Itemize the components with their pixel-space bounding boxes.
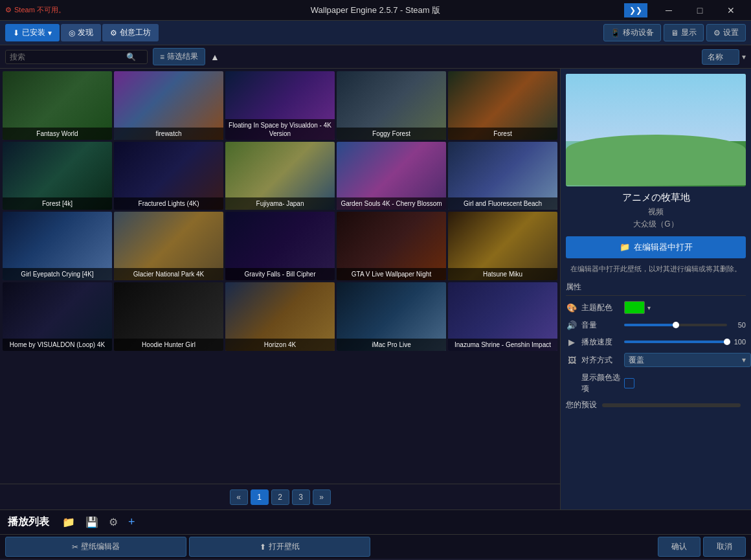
image-icon: 🖼 [566,354,577,366]
wallpaper-item-fujiyama[interactable]: Fujiyama- Japan [225,142,335,210]
wallpaper-label: Fantasy World [3,128,112,140]
playlist-title: 播放列表 [8,515,49,529]
wallpaper-item-home[interactable]: Home by VISUALDON (Loop) 4K [3,282,112,351]
page-1-button[interactable]: 1 [251,489,269,505]
wallpaper-label: Hatsune Miku [448,268,557,280]
playlist-save-button[interactable]: 💾 [83,515,101,530]
search-icon: 🔍 [126,52,136,62]
wallpaper-item-fractured[interactable]: Fractured Lights (4K) [114,142,223,210]
minimize-button[interactable]: ─ [654,0,684,21]
wallpaper-item-forest4k[interactable]: Forest [4k] [3,142,112,210]
wallpaper-label: Inazuma Shrine - Genshin Impact [448,339,557,351]
preset-scrollbar[interactable] [602,403,741,407]
wallpaper-label: Foggy Forest [337,128,446,140]
play-icon: ▶ [566,336,577,348]
wallpaper-label: Forest [448,128,557,140]
installed-icon: ⬇ [13,28,19,38]
align-select[interactable]: 覆盖 [624,353,751,367]
color-options-label: 显示颜色选项 [581,372,620,394]
theme-control: ▾ [624,301,746,314]
wallpaper-item-firewatch[interactable]: firewatch [114,71,223,140]
wallpaper-item-girl-fluor[interactable]: Girl and Fluorescent Beach [448,142,557,210]
wallpaper-label: Floating In Space by Visualdon - 4K Vers… [225,119,335,140]
filter-icon: ≡ [160,52,164,62]
volume-icon: 🔊 [566,319,577,331]
workshop-tab[interactable]: ⚙ 创意工坊 [102,24,159,41]
speed-slider-track[interactable] [624,341,727,343]
sort-select[interactable]: 名称 [702,49,739,65]
color-options-row: 显示颜色选项 [566,372,746,394]
filter-button[interactable]: ≡ 筛选结果 [153,48,205,65]
playlist-add-button[interactable]: + [126,514,138,530]
wallpaper-item-gravity[interactable]: Gravity Falls - Bill Cipher [225,212,335,280]
volume-slider-track[interactable] [624,324,727,326]
wallpaper-item-fantasy[interactable]: Fantasy World [3,71,112,140]
wallpaper-item-hoodie[interactable]: Hoodie Hunter Girl [114,282,223,351]
playlist-settings-button[interactable]: ⚙ [106,515,120,530]
settings-button[interactable]: ⚙ 设置 [706,24,746,41]
page-2-button[interactable]: 2 [271,489,289,505]
wallpaper-item-inazuma[interactable]: Inazuma Shrine - Genshin Impact [448,282,557,351]
close-button[interactable]: ✕ [716,0,746,21]
color-options-checkbox[interactable] [624,378,634,388]
wallpaper-item-garden[interactable]: Garden Souls 4K - Cherry Blossom [337,142,446,210]
installed-tab[interactable]: ⬇ 已安装 ▾ [5,24,60,41]
open-editor-button[interactable]: 📁 在编辑器中打开 [566,236,746,258]
search-bar: 🔍 ≡ 筛选结果 ▲ 名称 ▾ [0,45,751,69]
wallpaper-item-miku[interactable]: Hatsune Miku [448,212,557,280]
color-dropdown-icon[interactable]: ▾ [647,304,651,311]
confirm-button[interactable]: 确认 [658,537,701,557]
pagination-bar: « 1 2 3 » [0,484,560,510]
mobile-icon: 📱 [611,28,620,38]
expand-button[interactable]: ❯❯ [624,3,647,17]
prev-page-button[interactable]: « [230,489,248,505]
playlist-bar: 播放列表 📁 💾 ⚙ + [0,510,751,534]
page-3-button[interactable]: 3 [292,489,310,505]
wallpaper-label: Horizon 4K [225,339,335,351]
wallpaper-editor-button[interactable]: ✂ 壁纸编辑器 [5,537,186,557]
search-input[interactable] [10,52,126,62]
settings-icon: ⚙ [713,28,721,38]
wallpaper-label: Forest [4k] [3,197,112,210]
volume-row: 🔊 音量 50 [566,319,746,331]
theme-label: 主题配色 [581,302,620,313]
volume-slider-thumb[interactable] [673,322,679,328]
properties-section: 属性 🎨 主题配色 ▾ 🔊 音量 50 [566,282,746,410]
wallpaper-item-horizon[interactable]: Horizon 4K [225,282,335,351]
open-wallpaper-button[interactable]: ⬆ 打开壁纸 [189,537,370,557]
main-layout: Fantasy WorldfirewatchFloating In Space … [0,69,751,510]
cancel-button[interactable]: 取消 [703,537,746,557]
speed-value: 100 [730,338,746,346]
wallpaper-grid: Fantasy WorldfirewatchFloating In Space … [3,71,557,351]
wallpaper-label: firewatch [114,128,223,140]
editor-description: 在编辑器中打开此壁纸，以对其进行编辑或将其删除。 [566,263,746,274]
mobile-button[interactable]: 📱 移动设备 [603,24,661,41]
discover-tab[interactable]: ◎ 发现 [61,24,101,41]
wallpaper-item-forest[interactable]: Forest [448,71,557,140]
playlist-folder-button[interactable]: 📁 [60,515,78,530]
search-wrap: 🔍 [5,50,148,64]
align-control: 覆盖 ▾ [624,353,746,367]
wallpaper-label: Fujiyama- Japan [225,197,335,210]
chevron-down-icon: ▾ [742,52,746,62]
wallpaper-label: Girl Eyepatch Crying [4K] [3,268,112,280]
preview-sky [566,74,746,141]
color-swatch[interactable] [624,301,645,314]
next-page-button[interactable]: » [313,489,331,505]
sidebar: アニメの牧草地 视频 大众级（G） 📁 在编辑器中打开 在编辑器中打开此壁纸，以… [560,69,751,510]
wallpaper-item-glacier[interactable]: Glacier National Park 4K [114,212,223,280]
display-button[interactable]: 🖥 显示 [664,24,704,41]
wallpaper-item-eyepatch[interactable]: Girl Eyepatch Crying [4K] [3,212,112,280]
wallpaper-item-gta[interactable]: GTA V Live Wallpaper Night [337,212,446,280]
wallpaper-item-floating[interactable]: Floating In Space by Visualdon - 4K Vers… [225,71,335,140]
workshop-icon: ⚙ [110,28,117,38]
sort-wrap: 名称 ▾ [702,49,746,65]
speed-slider-fill [624,341,727,343]
steam-icon: ⚙ [5,6,12,14]
wallpaper-label: Garden Souls 4K - Cherry Blossom [337,197,446,210]
wallpaper-item-foggy[interactable]: Foggy Forest [337,71,446,140]
wallpaper-item-imac[interactable]: iMac Pro Live [337,282,446,351]
speed-row: ▶ 播放速度 100 [566,336,746,348]
preview-hills [566,135,746,185]
maximize-button[interactable]: □ [685,0,715,21]
